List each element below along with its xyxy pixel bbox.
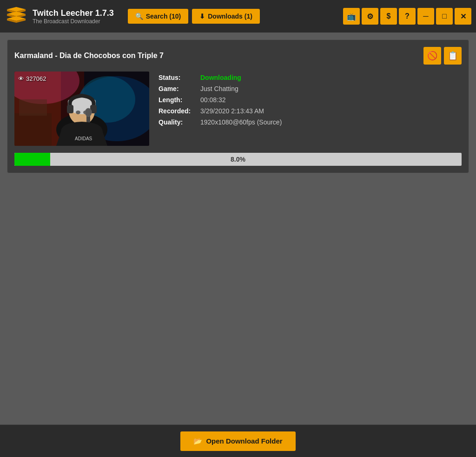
game-label: Game: — [159, 85, 196, 92]
twitch-icon: 📺 — [347, 12, 356, 21]
search-icon: 🔍 — [135, 13, 143, 20]
quality-value: 1920x1080@60fps (Source) — [200, 118, 282, 126]
open-folder-label: Open Download Folder — [206, 437, 282, 445]
logo-icon — [5, 5, 28, 28]
view-count: 👁 327062 — [18, 75, 46, 82]
thumbnail-image: ADIDAS — [14, 72, 149, 146]
search-label: Search (10) — [146, 13, 181, 20]
help-icon: ? — [405, 12, 410, 20]
window-controls: 📺 ⚙ $ ? ─ □ ✕ — [343, 8, 471, 25]
view-count-value: 327062 — [26, 75, 46, 82]
progress-label: 8.0% — [231, 156, 245, 163]
cancel-icon: 🚫 — [427, 51, 437, 61]
settings-button[interactable]: ⚙ — [362, 8, 378, 25]
svg-point-23 — [85, 108, 92, 117]
open-download-folder-button[interactable]: 📂 Open Download Folder — [180, 431, 295, 451]
search-button[interactable]: 🔍 Search (10) — [128, 9, 188, 24]
status-label: Status: — [159, 74, 196, 81]
minimize-icon: ─ — [423, 12, 428, 20]
length-value: 00:08:32 — [200, 96, 226, 104]
status-value: Downloading — [200, 74, 241, 81]
close-button[interactable]: ✕ — [455, 8, 471, 25]
quality-label: Quality: — [159, 118, 196, 126]
donate-icon: $ — [387, 12, 391, 20]
card-title: Karmaland - Dia de Chocobos con Triple 7 — [14, 52, 164, 60]
app-title-block: Twitch Leecher 1.7.3 The Broadcast Downl… — [33, 8, 114, 25]
card-header: Karmaland - Dia de Chocobos con Triple 7… — [14, 47, 462, 65]
details-button[interactable]: 📋 — [444, 47, 462, 65]
recorded-label: Recorded: — [159, 107, 196, 115]
details-icon: 📋 — [448, 51, 458, 61]
donate-button[interactable]: $ — [380, 8, 397, 25]
nav-buttons: 🔍 Search (10) ⬇ Downloads (1) — [128, 9, 343, 24]
length-label: Length: — [159, 96, 196, 104]
footer: 📂 Open Download Folder — [0, 424, 476, 457]
game-value: Just Chatting — [200, 85, 238, 92]
title-bar: Twitch Leecher 1.7.3 The Broadcast Downl… — [0, 0, 476, 33]
card-actions: 🚫 📋 — [423, 47, 462, 65]
minimize-button[interactable]: ─ — [417, 8, 434, 25]
status-row: Status: Downloading — [159, 74, 462, 81]
downloads-label: Downloads (1) — [208, 13, 252, 20]
length-row: Length: 00:08:32 — [159, 96, 462, 104]
close-icon: ✕ — [460, 12, 466, 21]
maximize-button[interactable]: □ — [436, 8, 453, 25]
svg-rect-13 — [19, 99, 47, 116]
downloads-button[interactable]: ⬇ Downloads (1) — [192, 9, 260, 24]
download-icon: ⬇ — [199, 13, 205, 20]
app-title: Twitch Leecher 1.7.3 — [33, 8, 114, 18]
recorded-value: 3/29/2020 2:13:43 AM — [200, 107, 264, 115]
thumbnail: ADIDAS 👁 327062 — [14, 72, 149, 146]
eye-icon: 👁 — [18, 75, 24, 82]
progress-fill — [14, 153, 50, 166]
maximize-icon: □ — [442, 12, 447, 20]
svg-rect-12 — [14, 113, 52, 146]
recorded-row: Recorded: 3/29/2020 2:13:43 AM — [159, 107, 462, 115]
cancel-download-button[interactable]: 🚫 — [423, 47, 441, 65]
svg-text:ADIDAS: ADIDAS — [75, 136, 93, 141]
info-grid: Status: Downloading Game: Just Chatting … — [159, 72, 462, 146]
svg-rect-18 — [67, 105, 73, 113]
progress-bar-container: 8.0% — [14, 153, 462, 166]
app-logo: Twitch Leecher 1.7.3 The Broadcast Downl… — [5, 5, 114, 28]
app-subtitle: The Broadcast Downloader — [33, 18, 114, 25]
twitch-button[interactable]: 📺 — [343, 8, 360, 25]
svg-point-20 — [76, 111, 80, 114]
settings-icon: ⚙ — [367, 12, 373, 21]
download-card: Karmaland - Dia de Chocobos con Triple 7… — [7, 39, 469, 173]
card-body: ADIDAS 👁 327062 Status: Downloading Game… — [14, 72, 462, 146]
help-button[interactable]: ? — [399, 8, 416, 25]
main-content: Karmaland - Dia de Chocobos con Triple 7… — [0, 33, 476, 424]
quality-row: Quality: 1920x1080@60fps (Source) — [159, 118, 462, 126]
folder-icon: 📂 — [193, 437, 202, 445]
game-row: Game: Just Chatting — [159, 85, 462, 92]
